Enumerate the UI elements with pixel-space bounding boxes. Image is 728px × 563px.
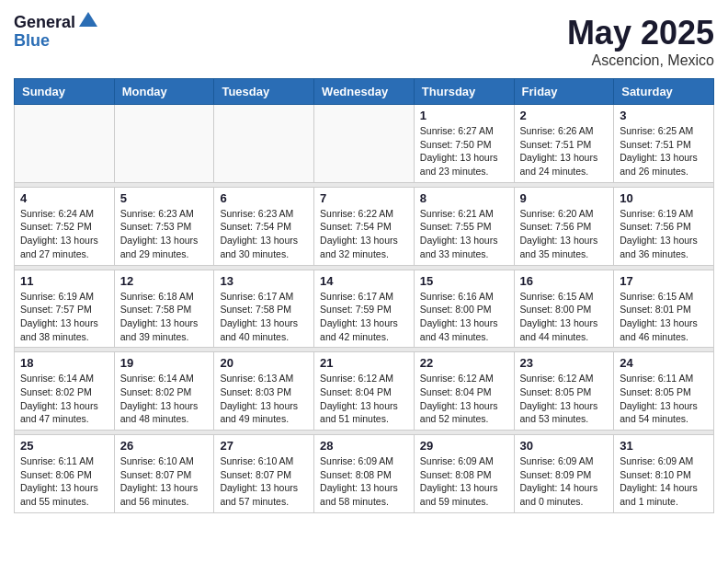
calendar-cell: 21Sunrise: 6:12 AM Sunset: 8:04 PM Dayli… [314, 352, 415, 431]
calendar-cell: 17Sunrise: 6:15 AM Sunset: 8:01 PM Dayli… [614, 270, 714, 348]
day-number: 7 [320, 191, 408, 205]
day-number: 4 [20, 191, 108, 205]
day-number: 14 [320, 274, 408, 288]
month-year: May 2025 [567, 14, 714, 52]
day-content: Sunrise: 6:27 AM Sunset: 7:50 PM Dayligh… [420, 124, 508, 178]
day-number: 20 [220, 356, 308, 370]
day-header-wednesday: Wednesday [314, 79, 415, 105]
day-header-saturday: Saturday [614, 79, 714, 105]
svg-marker-0 [79, 12, 97, 27]
day-number: 25 [20, 439, 108, 453]
day-content: Sunrise: 6:16 AM Sunset: 8:00 PM Dayligh… [420, 290, 508, 344]
day-number: 31 [620, 439, 708, 453]
day-number: 5 [120, 191, 209, 205]
calendar-cell: 15Sunrise: 6:16 AM Sunset: 8:00 PM Dayli… [414, 270, 514, 348]
day-number: 15 [420, 274, 508, 288]
day-content: Sunrise: 6:21 AM Sunset: 7:55 PM Dayligh… [420, 207, 508, 261]
day-number: 26 [120, 439, 209, 453]
day-number: 8 [420, 191, 508, 205]
calendar-cell: 31Sunrise: 6:09 AM Sunset: 8:10 PM Dayli… [614, 435, 714, 513]
day-number: 11 [20, 274, 108, 288]
day-number: 17 [620, 274, 708, 288]
day-content: Sunrise: 6:12 AM Sunset: 8:05 PM Dayligh… [520, 372, 609, 426]
day-number: 29 [420, 439, 508, 453]
day-content: Sunrise: 6:24 AM Sunset: 7:52 PM Dayligh… [20, 207, 108, 261]
calendar-cell: 24Sunrise: 6:11 AM Sunset: 8:05 PM Dayli… [614, 352, 714, 431]
day-number: 12 [120, 274, 209, 288]
calendar-cell: 11Sunrise: 6:19 AM Sunset: 7:57 PM Dayli… [15, 270, 115, 348]
day-content: Sunrise: 6:12 AM Sunset: 8:04 PM Dayligh… [420, 372, 508, 426]
day-content: Sunrise: 6:10 AM Sunset: 8:07 PM Dayligh… [220, 454, 308, 509]
day-number: 23 [520, 356, 609, 370]
day-content: Sunrise: 6:18 AM Sunset: 7:58 PM Dayligh… [120, 290, 209, 344]
calendar-cell: 3Sunrise: 6:25 AM Sunset: 7:51 PM Daylig… [614, 105, 714, 183]
day-content: Sunrise: 6:23 AM Sunset: 7:53 PM Dayligh… [120, 207, 209, 261]
day-content: Sunrise: 6:09 AM Sunset: 8:09 PM Dayligh… [520, 454, 609, 509]
calendar: SundayMondayTuesdayWednesdayThursdayFrid… [14, 78, 714, 513]
day-content: Sunrise: 6:17 AM Sunset: 7:58 PM Dayligh… [220, 290, 308, 344]
calendar-cell: 29Sunrise: 6:09 AM Sunset: 8:08 PM Dayli… [414, 435, 514, 513]
day-content: Sunrise: 6:09 AM Sunset: 8:10 PM Dayligh… [620, 454, 708, 509]
calendar-cell: 12Sunrise: 6:18 AM Sunset: 7:58 PM Dayli… [114, 270, 214, 348]
day-number: 24 [620, 356, 708, 370]
day-content: Sunrise: 6:11 AM Sunset: 8:05 PM Dayligh… [620, 372, 708, 426]
calendar-cell [314, 105, 415, 183]
day-content: Sunrise: 6:23 AM Sunset: 7:54 PM Dayligh… [220, 207, 308, 261]
calendar-cell [15, 105, 115, 183]
day-content: Sunrise: 6:26 AM Sunset: 7:51 PM Dayligh… [520, 124, 609, 178]
calendar-cell: 16Sunrise: 6:15 AM Sunset: 8:00 PM Dayli… [514, 270, 614, 348]
day-content: Sunrise: 6:09 AM Sunset: 8:08 PM Dayligh… [420, 454, 508, 509]
day-number: 1 [420, 109, 508, 122]
title-section: May 2025 Ascencion, Mexico [567, 14, 714, 69]
calendar-cell: 4Sunrise: 6:24 AM Sunset: 7:52 PM Daylig… [15, 187, 115, 265]
day-number: 13 [220, 274, 308, 288]
day-number: 19 [120, 356, 209, 370]
day-header-sunday: Sunday [15, 79, 115, 105]
calendar-cell: 13Sunrise: 6:17 AM Sunset: 7:58 PM Dayli… [214, 270, 314, 348]
calendar-cell: 2Sunrise: 6:26 AM Sunset: 7:51 PM Daylig… [514, 105, 614, 183]
calendar-cell: 10Sunrise: 6:19 AM Sunset: 7:56 PM Dayli… [614, 187, 714, 265]
calendar-cell: 14Sunrise: 6:17 AM Sunset: 7:59 PM Dayli… [314, 270, 415, 348]
day-number: 27 [220, 439, 308, 453]
calendar-cell: 26Sunrise: 6:10 AM Sunset: 8:07 PM Dayli… [114, 435, 214, 513]
calendar-cell: 25Sunrise: 6:11 AM Sunset: 8:06 PM Dayli… [15, 435, 115, 513]
calendar-cell [114, 105, 214, 183]
day-content: Sunrise: 6:15 AM Sunset: 8:01 PM Dayligh… [620, 290, 708, 344]
day-number: 16 [520, 274, 609, 288]
calendar-cell: 23Sunrise: 6:12 AM Sunset: 8:05 PM Dayli… [514, 352, 614, 431]
day-content: Sunrise: 6:19 AM Sunset: 7:57 PM Dayligh… [20, 290, 108, 344]
day-number: 21 [320, 356, 408, 370]
day-header-thursday: Thursday [414, 79, 514, 105]
day-header-friday: Friday [514, 79, 614, 105]
calendar-cell: 20Sunrise: 6:13 AM Sunset: 8:03 PM Dayli… [214, 352, 314, 431]
calendar-cell: 18Sunrise: 6:14 AM Sunset: 8:02 PM Dayli… [15, 352, 115, 431]
day-number: 22 [420, 356, 508, 370]
day-content: Sunrise: 6:10 AM Sunset: 8:07 PM Dayligh… [120, 454, 209, 509]
calendar-cell: 7Sunrise: 6:22 AM Sunset: 7:54 PM Daylig… [314, 187, 415, 265]
calendar-cell: 27Sunrise: 6:10 AM Sunset: 8:07 PM Dayli… [214, 435, 314, 513]
day-content: Sunrise: 6:14 AM Sunset: 8:02 PM Dayligh… [120, 372, 209, 426]
day-header-tuesday: Tuesday [214, 79, 314, 105]
day-content: Sunrise: 6:25 AM Sunset: 7:51 PM Dayligh… [620, 124, 708, 178]
day-content: Sunrise: 6:20 AM Sunset: 7:56 PM Dayligh… [520, 207, 609, 261]
day-number: 9 [520, 191, 609, 205]
calendar-cell [214, 105, 314, 183]
calendar-cell: 28Sunrise: 6:09 AM Sunset: 8:08 PM Dayli… [314, 435, 415, 513]
logo-blue: Blue [14, 32, 99, 51]
calendar-cell: 6Sunrise: 6:23 AM Sunset: 7:54 PM Daylig… [214, 187, 314, 265]
day-content: Sunrise: 6:13 AM Sunset: 8:03 PM Dayligh… [220, 372, 308, 426]
day-number: 30 [520, 439, 609, 453]
day-content: Sunrise: 6:09 AM Sunset: 8:08 PM Dayligh… [320, 454, 408, 509]
calendar-cell: 30Sunrise: 6:09 AM Sunset: 8:09 PM Dayli… [514, 435, 614, 513]
day-number: 6 [220, 191, 308, 205]
calendar-cell: 19Sunrise: 6:14 AM Sunset: 8:02 PM Dayli… [114, 352, 214, 431]
day-number: 10 [620, 191, 708, 205]
logo-icon [77, 10, 99, 32]
day-content: Sunrise: 6:12 AM Sunset: 8:04 PM Dayligh… [320, 372, 408, 426]
page-header: General Blue May 2025 Ascencion, Mexico [14, 14, 714, 69]
day-content: Sunrise: 6:19 AM Sunset: 7:56 PM Dayligh… [620, 207, 708, 261]
day-content: Sunrise: 6:14 AM Sunset: 8:02 PM Dayligh… [20, 372, 108, 426]
day-content: Sunrise: 6:17 AM Sunset: 7:59 PM Dayligh… [320, 290, 408, 344]
logo-general: General [14, 14, 75, 32]
location: Ascencion, Mexico [567, 52, 714, 69]
